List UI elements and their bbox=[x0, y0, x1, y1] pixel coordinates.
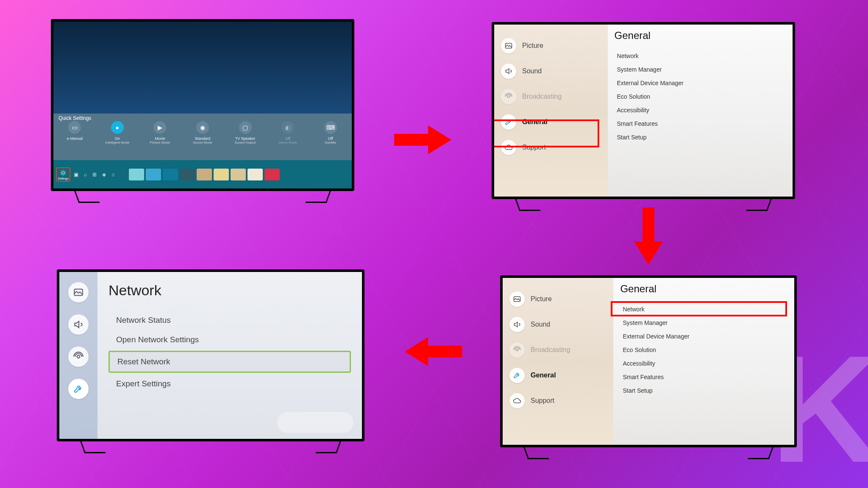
app-tile[interactable] bbox=[180, 169, 195, 180]
menu-system-manager[interactable]: System Manager bbox=[620, 316, 787, 330]
sidebar-sound[interactable]: Sound bbox=[494, 58, 608, 84]
picture-icon bbox=[513, 295, 521, 303]
svg-point-1 bbox=[508, 96, 510, 98]
faded-pill bbox=[277, 412, 353, 433]
quick-settings-label: Quick Settings bbox=[58, 115, 91, 121]
menu-network-status[interactable]: Network Status bbox=[108, 311, 351, 330]
tv-step3: Picture Sound Broadcasting General Suppo… bbox=[500, 275, 797, 447]
menu-open-network-settings[interactable]: Open Network Settings bbox=[108, 330, 351, 349]
menu-expert-settings[interactable]: Expert Settings bbox=[108, 374, 351, 394]
menu-external-device[interactable]: External Device Manager bbox=[620, 330, 787, 343]
menu-accessibility[interactable]: Accessibility bbox=[620, 357, 787, 370]
app-tile[interactable] bbox=[214, 169, 229, 180]
search-icon[interactable]: ⌕ bbox=[81, 172, 89, 177]
picture-icon bbox=[504, 42, 513, 50]
sound-icon bbox=[513, 320, 521, 329]
sidebar-picture[interactable]: Picture bbox=[503, 286, 613, 312]
menu-eco-solution[interactable]: Eco Solution bbox=[620, 343, 787, 357]
qs-item-intelligent[interactable]: ● On Intelligent Mode bbox=[102, 121, 133, 144]
broadcast-icon bbox=[513, 346, 521, 354]
sidebar-sound[interactable]: Sound bbox=[503, 312, 613, 337]
sidebar-picture[interactable]: Picture bbox=[494, 33, 608, 58]
subtitle-icon: ⌨ bbox=[324, 121, 337, 134]
input-icon[interactable]: ▣ bbox=[72, 172, 80, 177]
menu-system-manager[interactable]: System Manager bbox=[615, 63, 786, 76]
app-tile[interactable] bbox=[129, 169, 144, 180]
svg-point-5 bbox=[77, 355, 80, 358]
menu-accessibility[interactable]: Accessibility bbox=[615, 103, 786, 117]
sidebar-broadcasting: Broadcasting bbox=[503, 337, 613, 363]
game-icon: ◐ bbox=[281, 121, 294, 134]
menu-start-setup[interactable]: Start Setup bbox=[620, 384, 787, 397]
sidebar-broadcasting: Broadcasting bbox=[494, 84, 608, 109]
menu-reset-network[interactable]: Reset Network bbox=[108, 351, 351, 373]
svg-point-3 bbox=[516, 349, 518, 351]
cloud-icon bbox=[513, 396, 521, 405]
apps-icon[interactable]: ⊞ bbox=[91, 172, 98, 177]
wrench-icon bbox=[513, 371, 521, 380]
menu-smart-features[interactable]: Smart Features bbox=[615, 117, 786, 130]
app-tile[interactable] bbox=[163, 169, 178, 180]
menu-eco-solution[interactable]: Eco Solution bbox=[615, 90, 786, 103]
network-title: Network bbox=[108, 282, 351, 299]
qs-item-game[interactable]: ◐ Off Game Mode bbox=[273, 121, 303, 144]
broadcast-icon bbox=[504, 92, 513, 101]
highlight-general bbox=[494, 119, 599, 147]
menu-external-device[interactable]: External Device Manager bbox=[615, 76, 786, 90]
app-tile[interactable] bbox=[197, 169, 212, 180]
side-broadcast-icon[interactable] bbox=[68, 347, 89, 367]
play-icon: ▶ bbox=[153, 121, 166, 134]
book-icon: ▭ bbox=[68, 121, 81, 134]
app-tile[interactable] bbox=[231, 169, 246, 180]
arrow-right-icon bbox=[394, 123, 453, 157]
tv-step2: Picture Sound Broadcasting General Suppo… bbox=[492, 22, 795, 199]
home-icon[interactable]: ⌂ bbox=[109, 172, 117, 177]
ambient-icon[interactable]: ◈ bbox=[100, 172, 108, 177]
arrow-left-icon bbox=[403, 335, 462, 369]
menu-start-setup[interactable]: Start Setup bbox=[615, 130, 786, 144]
sound-icon bbox=[504, 67, 513, 75]
qs-item-subtitle[interactable]: ⌨ Off Subtitle bbox=[315, 121, 346, 144]
gear-icon bbox=[59, 169, 67, 177]
arrow-down-icon bbox=[632, 208, 665, 267]
side-general-icon[interactable] bbox=[68, 379, 89, 399]
tv-step4: Network Network Status Open Network Sett… bbox=[57, 269, 364, 441]
menu-smart-features[interactable]: Smart Features bbox=[620, 370, 787, 384]
qs-item-picture[interactable]: ▶ Movie Picture Mode bbox=[145, 121, 175, 144]
tv-step1: Quick Settings ▭ e-Manual ● On Intellige… bbox=[51, 19, 354, 191]
qs-item-output[interactable]: ▢ TV Speaker Sound Output bbox=[230, 121, 261, 144]
sidebar-general[interactable]: General bbox=[503, 363, 613, 388]
qs-item-sound[interactable]: ◉ Standard Sound Mode bbox=[187, 121, 218, 144]
panel-title: General bbox=[620, 283, 787, 295]
intelligent-icon: ● bbox=[111, 121, 124, 134]
qs-item-emanual[interactable]: ▭ e-Manual bbox=[59, 121, 90, 144]
sound-mode-icon: ◉ bbox=[196, 121, 209, 134]
settings-button[interactable]: Settings bbox=[56, 167, 70, 182]
side-picture-icon[interactable] bbox=[68, 282, 89, 302]
app-tile[interactable] bbox=[264, 169, 280, 180]
sidebar-support[interactable]: Support bbox=[503, 388, 613, 413]
highlight-network bbox=[611, 301, 787, 316]
menu-network[interactable]: Network bbox=[615, 49, 786, 63]
side-sound-icon[interactable] bbox=[68, 314, 89, 335]
app-tile[interactable] bbox=[248, 169, 263, 180]
panel-title: General bbox=[615, 30, 786, 42]
tv-speaker-icon: ▢ bbox=[239, 121, 252, 134]
app-tile[interactable] bbox=[146, 169, 161, 180]
